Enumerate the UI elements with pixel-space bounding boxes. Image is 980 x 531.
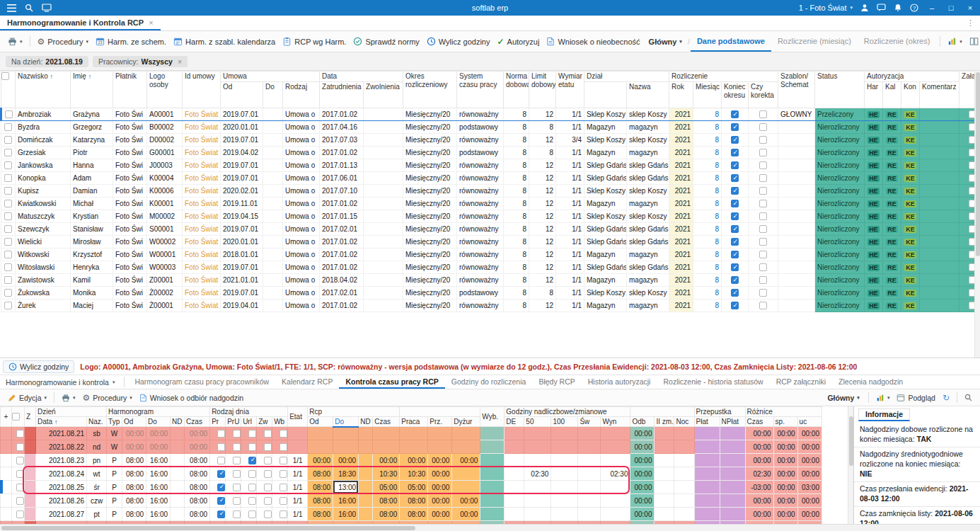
employee-row[interactable]: KonopkaAdamFoto ŚwiK00004Foto Świat2019.… <box>1 172 980 185</box>
col-header[interactable]: Prz. <box>428 417 452 427</box>
checkbox[interactable] <box>731 200 739 207</box>
col-header[interactable]: Koniec okresu <box>722 82 749 108</box>
checkbox[interactable] <box>731 110 739 118</box>
checkbox[interactable] <box>217 457 225 464</box>
checkbox[interactable] <box>759 161 767 169</box>
checkbox[interactable] <box>217 430 225 438</box>
col-header[interactable]: Czas <box>373 417 400 427</box>
select-all-checkbox[interactable] <box>1 72 16 108</box>
rcp-row[interactable]: 2021.08.26czwP08:0016:0008:001/108:0016:… <box>1 494 822 508</box>
procedures-button[interactable]: ⚙Procedury▾ <box>79 392 136 404</box>
checkbox[interactable] <box>731 187 739 195</box>
checkbox[interactable] <box>279 497 287 505</box>
detail-tab[interactable]: Błędy RCP <box>532 375 581 389</box>
col-header[interactable]: Dział <box>584 72 669 82</box>
detail-tab[interactable]: Historia autoryzacji <box>582 375 657 389</box>
checkbox[interactable] <box>16 510 24 518</box>
chart-button[interactable]: ▾ <box>944 35 966 47</box>
wniosek-o-nieobecnosc-button[interactable]: Wniosek o nieobecność <box>543 35 643 47</box>
tab-rozliczenie-okres[interactable]: Rozliczenie (okres) <box>858 31 937 52</box>
help-icon[interactable]: ? <box>910 4 918 12</box>
col-header[interactable]: Harmonogram <box>107 407 210 417</box>
employee-scrollbar[interactable] <box>974 71 980 358</box>
rcp-row[interactable]: 2021.08.23pnP08:0016:0008:001/100:0000:0… <box>1 454 822 467</box>
col-header[interactable]: 100 <box>551 417 578 427</box>
checkbox[interactable] <box>16 497 24 505</box>
checkbox[interactable] <box>731 302 739 309</box>
checkbox[interactable] <box>731 123 739 131</box>
col-header[interactable]: Id umowy <box>183 72 221 108</box>
tab-dane-podstawowe[interactable]: Dane podstawowe <box>691 31 771 52</box>
checkbox[interactable] <box>264 484 272 491</box>
employee-row[interactable]: GrzesiakPiotrFoto ŚwiG00001Foto Świat201… <box>1 147 980 159</box>
checkbox[interactable] <box>4 212 12 220</box>
checkbox[interactable] <box>759 276 767 284</box>
detail-tab[interactable]: Harmonogram czasu pracy pracowników <box>128 375 275 389</box>
checkbox[interactable] <box>759 110 767 118</box>
checkbox[interactable] <box>4 174 12 182</box>
scrollbar-thumb[interactable] <box>849 416 853 466</box>
col-header[interactable]: Nazwisko ↑ <box>16 72 71 108</box>
checkbox[interactable] <box>759 238 767 246</box>
checkbox[interactable] <box>759 136 767 144</box>
harm-z-szabl-kalendarza-button[interactable]: Harm. z szabl. kalendarza <box>170 35 279 47</box>
print-button[interactable]: ▾ <box>58 392 79 404</box>
col-header[interactable]: + <box>1 407 12 427</box>
checkbox[interactable] <box>759 123 767 131</box>
view-selector[interactable]: Główny▾ <box>644 38 687 46</box>
detail-tab[interactable]: Rozliczenie - historia statusów <box>657 375 769 389</box>
scrollbar-thumb[interactable] <box>1 526 415 530</box>
col-header[interactable]: Data <box>320 72 403 82</box>
checkbox[interactable] <box>4 302 12 309</box>
rcp-table[interactable]: +ZDzieńHarmonogramRodzaj dniaEtatRcpWyb.… <box>0 406 822 524</box>
col-header[interactable]: Z <box>25 407 36 427</box>
checkbox[interactable] <box>4 225 12 233</box>
checkbox[interactable] <box>759 263 767 271</box>
checkbox[interactable] <box>16 457 24 464</box>
edit-button[interactable]: Edycja▾ <box>4 392 50 404</box>
employee-row[interactable]: AmbroziakGrażynaFoto ŚwiA00001Foto Świat… <box>1 108 980 121</box>
remove-filter-icon[interactable]: × <box>178 57 182 66</box>
col-header[interactable]: Szablon/ Schemat <box>778 72 815 108</box>
close-tab-icon[interactable]: × <box>149 18 153 27</box>
col-header[interactable]: Data ↑ <box>36 417 87 427</box>
detail-view-main[interactable]: Główny▾ <box>822 394 864 402</box>
col-header[interactable]: Rodzaj dnia <box>210 407 288 417</box>
col-header[interactable]: Rok <box>669 82 693 108</box>
filter-chip-date[interactable]: Na dzień:2021.08.19 <box>6 56 88 67</box>
checkbox[interactable] <box>233 430 241 438</box>
detail-tab[interactable]: Kontrola czasu pracy RCP <box>339 375 444 389</box>
employee-row[interactable]: SzewczykStanisławFoto ŚwiS00001Foto Świa… <box>1 223 980 236</box>
col-header[interactable]: Typ <box>107 417 122 427</box>
checkbox[interactable] <box>4 136 12 144</box>
checkbox[interactable] <box>731 149 739 156</box>
col-header[interactable]: Imię ↑ <box>71 72 113 108</box>
filter-chip-workers[interactable]: Pracownicy:Wszyscy× <box>93 56 188 67</box>
col-header[interactable]: Norma dobowa <box>504 72 529 108</box>
checkbox[interactable] <box>264 470 272 478</box>
detail-tab[interactable]: Godziny do rozliczenia <box>445 375 533 389</box>
col-header[interactable]: Kon <box>901 82 920 108</box>
harm-ze-schem-button[interactable]: 23Harm. ze schem. <box>92 35 170 47</box>
checkbox[interactable] <box>233 484 241 491</box>
checkbox[interactable] <box>233 497 241 505</box>
col-header[interactable]: DE <box>505 417 524 427</box>
col-header[interactable]: NPłat <box>720 417 745 427</box>
col-header[interactable] <box>400 407 480 417</box>
rcp-row[interactable]: 2021.08.25śrP08:0016:0008:001/108:0013:0… <box>1 481 822 494</box>
checkbox[interactable] <box>217 443 225 451</box>
checkbox[interactable] <box>16 484 24 491</box>
employee-row[interactable]: KupiszDamianFoto ŚwiK00006Foto Świat2020… <box>1 185 980 198</box>
checkbox[interactable] <box>248 443 256 451</box>
checkbox[interactable] <box>16 430 24 438</box>
checkbox[interactable] <box>759 212 767 220</box>
rcp-row[interactable]: 2021.08.27ptP08:0016:0008:001/108:0016:0… <box>1 508 822 521</box>
employee-row[interactable]: KwiatkowskiMichałFoto ŚwiK00001Foto Świa… <box>1 198 980 210</box>
layout-button[interactable]: ▾ <box>966 35 980 47</box>
chat-icon[interactable] <box>877 4 886 12</box>
checkbox[interactable] <box>248 430 256 438</box>
checkbox[interactable] <box>731 225 739 233</box>
col-header[interactable]: Dyżur <box>452 417 480 427</box>
checkbox[interactable] <box>4 187 12 195</box>
checkbox[interactable] <box>4 289 12 297</box>
